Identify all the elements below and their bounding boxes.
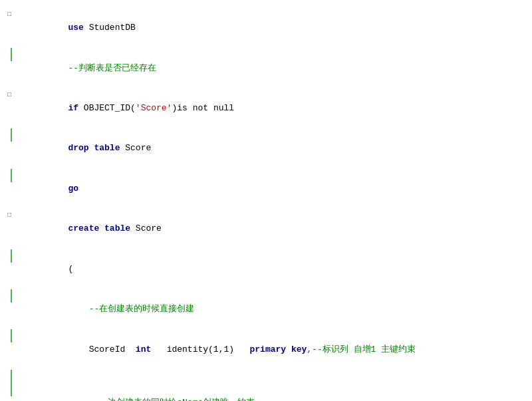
line-empty1	[5, 370, 527, 383]
code-content: use StudentDB	[24, 8, 527, 48]
gutter	[5, 329, 24, 342]
line-if: □ if OBJECT_ID('Score')is not null	[5, 88, 527, 128]
text: OBJECT_ID(	[78, 103, 136, 113]
line-comment3: --一边创建表的同时给sName创建唯一约束	[5, 383, 527, 401]
indent-bar	[11, 383, 12, 396]
code-content: drop table Score	[24, 128, 527, 168]
indent-bar	[11, 169, 12, 182]
code-content: ScoreId int identity(1,1) primary key,--…	[24, 329, 527, 369]
line-drop: drop table Score	[5, 128, 527, 168]
code-content: --一边创建表的同时给sName创建唯一约束	[24, 383, 527, 401]
gutter	[5, 169, 24, 182]
gutter	[5, 128, 24, 142]
gutter: □	[5, 209, 24, 221]
comment: ,--标识列 自增1 主键约束	[307, 344, 416, 354]
keyword: table	[104, 223, 130, 233]
line-open-paren: (	[5, 249, 527, 289]
line-scoreid: ScoreId int identity(1,1) primary key,--…	[5, 329, 527, 369]
text: )is not null	[172, 103, 234, 113]
gutter	[5, 48, 24, 61]
keyword: go	[68, 184, 78, 194]
text: Score	[130, 223, 162, 233]
indent-bar	[11, 128, 12, 142]
main-container: □ use StudentDB --判断表是否已经存在 □ if OBJECT_…	[0, 0, 532, 401]
indent-bar	[11, 289, 12, 303]
gutter: □	[5, 88, 24, 100]
collapse-icon[interactable]: □	[5, 210, 13, 221]
comment: --在创建表的时候直接创建	[68, 304, 194, 314]
keyword: if	[68, 103, 78, 113]
gutter	[5, 383, 24, 396]
code-content: --在创建表的时候直接创建	[24, 289, 527, 329]
indent-bar	[11, 249, 12, 263]
code-content: if OBJECT_ID('Score')is not null	[24, 88, 527, 128]
keyword: use	[68, 23, 83, 33]
text: StudentDB	[84, 23, 136, 33]
string: 'Score'	[136, 103, 172, 113]
text: Score	[120, 143, 151, 153]
text: (	[68, 264, 73, 274]
line-comment1: --判断表是否已经存在	[5, 48, 527, 88]
comment: --判断表是否已经存在	[68, 63, 156, 73]
keyword: drop	[68, 143, 88, 153]
line-go1: go	[5, 169, 527, 209]
collapse-icon[interactable]: □	[5, 90, 13, 100]
keyword: int	[136, 344, 151, 354]
code-content: (	[24, 249, 527, 289]
text: ScoreId	[68, 344, 135, 354]
text: identity(1,1)	[151, 344, 249, 354]
line-create-table: □ create table Score	[5, 209, 527, 249]
gutter	[5, 289, 24, 303]
gutter: □	[5, 8, 24, 20]
gutter	[5, 249, 24, 263]
gutter	[5, 370, 24, 383]
code-content: --判断表是否已经存在	[24, 48, 527, 88]
code-section-top: □ use StudentDB --判断表是否已经存在 □ if OBJECT_…	[0, 5, 532, 401]
collapse-icon[interactable]: □	[5, 9, 13, 20]
comment: --一边创建表的同时给sName创建唯一约束	[68, 398, 255, 401]
keyword: primary key	[249, 344, 307, 354]
indent-bar	[11, 48, 12, 61]
keyword: create	[68, 223, 99, 233]
code-content	[24, 370, 527, 383]
code-content: go	[24, 169, 527, 209]
indent-bar	[11, 329, 12, 342]
indent-bar	[11, 370, 12, 383]
line-comment2: --在创建表的时候直接创建	[5, 289, 527, 329]
keyword: table	[94, 143, 120, 153]
code-content: create table Score	[24, 209, 527, 249]
text	[99, 223, 104, 233]
line-use: □ use StudentDB	[5, 8, 527, 48]
